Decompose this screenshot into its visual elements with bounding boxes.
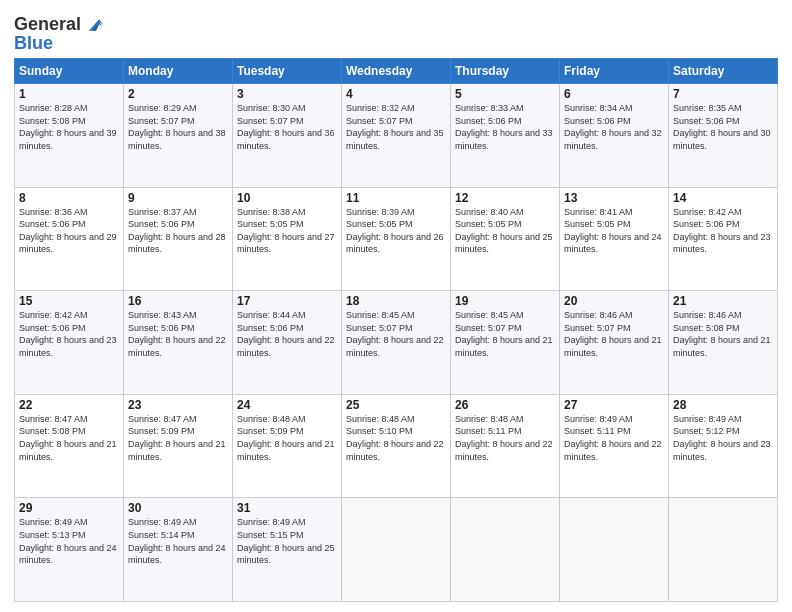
table-row: 2 Sunrise: 8:29 AMSunset: 5:07 PMDayligh… xyxy=(124,84,233,188)
page: General Blue Sunday Monday Tuesday We xyxy=(0,0,792,612)
day-number: 3 xyxy=(237,87,337,101)
day-info: Sunrise: 8:42 AMSunset: 5:06 PMDaylight:… xyxy=(19,310,117,358)
day-info: Sunrise: 8:42 AMSunset: 5:06 PMDaylight:… xyxy=(673,207,771,255)
day-number: 28 xyxy=(673,398,773,412)
day-info: Sunrise: 8:44 AMSunset: 5:06 PMDaylight:… xyxy=(237,310,335,358)
table-row: 13 Sunrise: 8:41 AMSunset: 5:05 PMDaylig… xyxy=(560,187,669,291)
table-row: 27 Sunrise: 8:49 AMSunset: 5:11 PMDaylig… xyxy=(560,394,669,498)
table-row: 14 Sunrise: 8:42 AMSunset: 5:06 PMDaylig… xyxy=(669,187,778,291)
day-info: Sunrise: 8:38 AMSunset: 5:05 PMDaylight:… xyxy=(237,207,335,255)
day-info: Sunrise: 8:33 AMSunset: 5:06 PMDaylight:… xyxy=(455,103,553,151)
day-info: Sunrise: 8:36 AMSunset: 5:06 PMDaylight:… xyxy=(19,207,117,255)
table-row xyxy=(451,498,560,602)
day-info: Sunrise: 8:49 AMSunset: 5:13 PMDaylight:… xyxy=(19,517,117,565)
col-friday: Friday xyxy=(560,59,669,84)
table-row: 20 Sunrise: 8:46 AMSunset: 5:07 PMDaylig… xyxy=(560,291,669,395)
day-number: 21 xyxy=(673,294,773,308)
table-row: 30 Sunrise: 8:49 AMSunset: 5:14 PMDaylig… xyxy=(124,498,233,602)
day-info: Sunrise: 8:29 AMSunset: 5:07 PMDaylight:… xyxy=(128,103,226,151)
col-saturday: Saturday xyxy=(669,59,778,84)
calendar-table: Sunday Monday Tuesday Wednesday Thursday… xyxy=(14,58,778,602)
day-number: 2 xyxy=(128,87,228,101)
day-info: Sunrise: 8:49 AMSunset: 5:15 PMDaylight:… xyxy=(237,517,335,565)
day-number: 1 xyxy=(19,87,119,101)
day-number: 19 xyxy=(455,294,555,308)
day-info: Sunrise: 8:43 AMSunset: 5:06 PMDaylight:… xyxy=(128,310,226,358)
day-info: Sunrise: 8:34 AMSunset: 5:06 PMDaylight:… xyxy=(564,103,662,151)
table-row: 21 Sunrise: 8:46 AMSunset: 5:08 PMDaylig… xyxy=(669,291,778,395)
day-info: Sunrise: 8:48 AMSunset: 5:09 PMDaylight:… xyxy=(237,414,335,462)
calendar-week-row: 8 Sunrise: 8:36 AMSunset: 5:06 PMDayligh… xyxy=(15,187,778,291)
day-number: 15 xyxy=(19,294,119,308)
day-number: 10 xyxy=(237,191,337,205)
header: General Blue xyxy=(14,10,778,52)
day-info: Sunrise: 8:49 AMSunset: 5:14 PMDaylight:… xyxy=(128,517,226,565)
day-number: 11 xyxy=(346,191,446,205)
day-number: 5 xyxy=(455,87,555,101)
day-number: 4 xyxy=(346,87,446,101)
calendar-week-row: 22 Sunrise: 8:47 AMSunset: 5:08 PMDaylig… xyxy=(15,394,778,498)
day-info: Sunrise: 8:30 AMSunset: 5:07 PMDaylight:… xyxy=(237,103,335,151)
day-number: 23 xyxy=(128,398,228,412)
day-number: 8 xyxy=(19,191,119,205)
table-row: 12 Sunrise: 8:40 AMSunset: 5:05 PMDaylig… xyxy=(451,187,560,291)
day-info: Sunrise: 8:32 AMSunset: 5:07 PMDaylight:… xyxy=(346,103,444,151)
day-info: Sunrise: 8:40 AMSunset: 5:05 PMDaylight:… xyxy=(455,207,553,255)
day-number: 9 xyxy=(128,191,228,205)
logo-icon xyxy=(83,14,105,36)
day-info: Sunrise: 8:47 AMSunset: 5:08 PMDaylight:… xyxy=(19,414,117,462)
day-number: 26 xyxy=(455,398,555,412)
calendar-header-row: Sunday Monday Tuesday Wednesday Thursday… xyxy=(15,59,778,84)
day-number: 17 xyxy=(237,294,337,308)
table-row: 8 Sunrise: 8:36 AMSunset: 5:06 PMDayligh… xyxy=(15,187,124,291)
col-wednesday: Wednesday xyxy=(342,59,451,84)
table-row: 3 Sunrise: 8:30 AMSunset: 5:07 PMDayligh… xyxy=(233,84,342,188)
table-row: 7 Sunrise: 8:35 AMSunset: 5:06 PMDayligh… xyxy=(669,84,778,188)
day-number: 27 xyxy=(564,398,664,412)
day-info: Sunrise: 8:46 AMSunset: 5:07 PMDaylight:… xyxy=(564,310,662,358)
day-number: 20 xyxy=(564,294,664,308)
table-row: 17 Sunrise: 8:44 AMSunset: 5:06 PMDaylig… xyxy=(233,291,342,395)
day-number: 12 xyxy=(455,191,555,205)
table-row: 25 Sunrise: 8:48 AMSunset: 5:10 PMDaylig… xyxy=(342,394,451,498)
day-number: 6 xyxy=(564,87,664,101)
table-row: 4 Sunrise: 8:32 AMSunset: 5:07 PMDayligh… xyxy=(342,84,451,188)
calendar-week-row: 15 Sunrise: 8:42 AMSunset: 5:06 PMDaylig… xyxy=(15,291,778,395)
day-info: Sunrise: 8:47 AMSunset: 5:09 PMDaylight:… xyxy=(128,414,226,462)
day-info: Sunrise: 8:46 AMSunset: 5:08 PMDaylight:… xyxy=(673,310,771,358)
col-tuesday: Tuesday xyxy=(233,59,342,84)
day-number: 22 xyxy=(19,398,119,412)
day-info: Sunrise: 8:28 AMSunset: 5:08 PMDaylight:… xyxy=(19,103,117,151)
day-number: 16 xyxy=(128,294,228,308)
day-number: 29 xyxy=(19,501,119,515)
day-info: Sunrise: 8:45 AMSunset: 5:07 PMDaylight:… xyxy=(455,310,553,358)
day-info: Sunrise: 8:39 AMSunset: 5:05 PMDaylight:… xyxy=(346,207,444,255)
table-row: 29 Sunrise: 8:49 AMSunset: 5:13 PMDaylig… xyxy=(15,498,124,602)
table-row: 22 Sunrise: 8:47 AMSunset: 5:08 PMDaylig… xyxy=(15,394,124,498)
day-info: Sunrise: 8:37 AMSunset: 5:06 PMDaylight:… xyxy=(128,207,226,255)
table-row: 24 Sunrise: 8:48 AMSunset: 5:09 PMDaylig… xyxy=(233,394,342,498)
day-info: Sunrise: 8:49 AMSunset: 5:11 PMDaylight:… xyxy=(564,414,662,462)
day-info: Sunrise: 8:49 AMSunset: 5:12 PMDaylight:… xyxy=(673,414,771,462)
col-thursday: Thursday xyxy=(451,59,560,84)
logo-text: General xyxy=(14,15,81,35)
table-row: 5 Sunrise: 8:33 AMSunset: 5:06 PMDayligh… xyxy=(451,84,560,188)
calendar-week-row: 29 Sunrise: 8:49 AMSunset: 5:13 PMDaylig… xyxy=(15,498,778,602)
table-row: 18 Sunrise: 8:45 AMSunset: 5:07 PMDaylig… xyxy=(342,291,451,395)
day-number: 14 xyxy=(673,191,773,205)
table-row: 1 Sunrise: 8:28 AMSunset: 5:08 PMDayligh… xyxy=(15,84,124,188)
table-row: 15 Sunrise: 8:42 AMSunset: 5:06 PMDaylig… xyxy=(15,291,124,395)
table-row: 31 Sunrise: 8:49 AMSunset: 5:15 PMDaylig… xyxy=(233,498,342,602)
table-row: 19 Sunrise: 8:45 AMSunset: 5:07 PMDaylig… xyxy=(451,291,560,395)
day-number: 18 xyxy=(346,294,446,308)
logo-blue: Blue xyxy=(14,34,105,52)
table-row xyxy=(342,498,451,602)
logo: General Blue xyxy=(14,14,105,52)
day-number: 25 xyxy=(346,398,446,412)
day-info: Sunrise: 8:35 AMSunset: 5:06 PMDaylight:… xyxy=(673,103,771,151)
table-row: 16 Sunrise: 8:43 AMSunset: 5:06 PMDaylig… xyxy=(124,291,233,395)
day-number: 30 xyxy=(128,501,228,515)
col-monday: Monday xyxy=(124,59,233,84)
table-row xyxy=(669,498,778,602)
day-info: Sunrise: 8:41 AMSunset: 5:05 PMDaylight:… xyxy=(564,207,662,255)
